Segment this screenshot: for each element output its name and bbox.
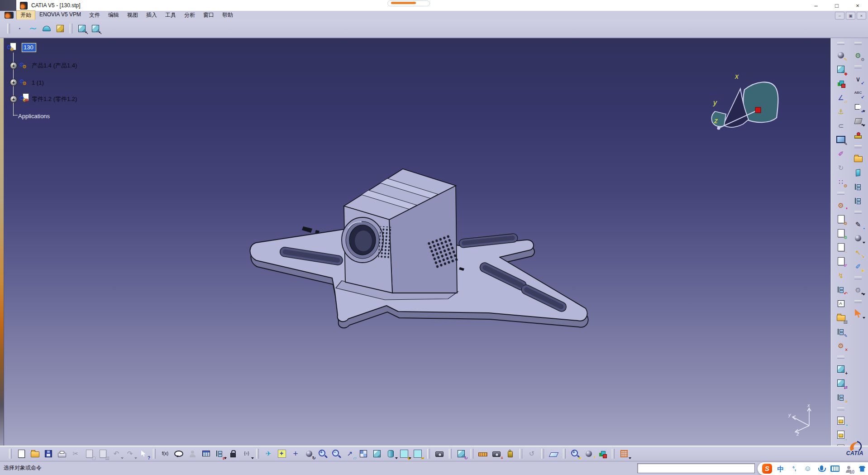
view-compass[interactable]: x y z — [701, 67, 801, 135]
update-model-icon[interactable]: ↻ — [835, 162, 847, 173]
pan-icon[interactable]: + — [290, 448, 301, 460]
open-body-icon[interactable] — [852, 153, 864, 164]
pick-solid-b-icon[interactable]: ↖ — [90, 23, 101, 34]
grab-handle-pill[interactable] — [387, 0, 430, 6]
explode-view-icon[interactable]: ↖↘ — [852, 246, 864, 258]
erase-geometry-icon[interactable] — [548, 448, 559, 460]
graph-tree-b-icon[interactable] — [852, 195, 864, 206]
stamp-datum-icon[interactable] — [852, 129, 864, 141]
zoom-out-icon[interactable] — [330, 448, 342, 460]
tree-node-label[interactable]: 产品1.4 (产品1.4) — [32, 62, 77, 70]
print-document-icon[interactable] — [56, 448, 68, 460]
new-document-icon[interactable] — [15, 448, 27, 460]
cad-model-drone-mount[interactable] — [235, 160, 606, 346]
undo-icon[interactable]: ↶ — [110, 448, 122, 460]
save-document-icon[interactable] — [43, 448, 54, 460]
tree-node-label[interactable]: 1 (1) — [32, 79, 44, 86]
anchor-point-icon[interactable]: ⚓ — [835, 106, 847, 117]
expander-icon[interactable]: + — [10, 62, 17, 69]
mdi-close-button[interactable]: × — [857, 12, 866, 19]
force-update-icon[interactable]: ↺ — [526, 448, 538, 460]
sogou-logo-icon[interactable] — [762, 464, 772, 474]
fit-all-in-icon[interactable] — [276, 448, 288, 460]
formula-icon[interactable]: f(x) — [159, 448, 171, 460]
ime-login-icon[interactable]: 10 — [844, 464, 854, 474]
axis-system-icon[interactable]: + — [835, 363, 847, 375]
expander-icon[interactable]: + — [10, 96, 17, 102]
structure-tree-icon[interactable]: ⇄ — [214, 448, 225, 460]
menu-enovia[interactable]: ENOVIA V5 VPM — [35, 10, 85, 20]
pick-solid-a-icon[interactable]: ↖ — [76, 23, 88, 34]
measure-item-icon[interactable]: + — [491, 448, 502, 460]
minimize-button[interactable]: – — [806, 0, 826, 11]
toolbar-grip[interactable] — [7, 24, 10, 34]
light-source-icon[interactable]: * — [583, 448, 595, 460]
render-material-icon[interactable]: ✎ — [835, 49, 847, 61]
tree-annotate-icon[interactable]: ✎ — [835, 326, 847, 337]
comment-icon[interactable] — [173, 448, 185, 460]
character-map-icon[interactable] — [835, 297, 847, 309]
face-pick-icon[interactable]: ↖ — [852, 115, 864, 127]
gear-delete-icon[interactable]: ⚙× — [835, 340, 847, 351]
link-bolt-icon[interactable]: ↯ — [835, 269, 847, 281]
depth-layers-icon[interactable] — [596, 448, 608, 460]
tree-restore-icon[interactable]: ↶ — [835, 283, 847, 295]
sketch-tools-icon[interactable]: ✎▪ — [852, 218, 864, 230]
menu-window[interactable]: 窗口 — [199, 10, 218, 20]
menu-analyze[interactable]: 分析 — [180, 10, 199, 20]
3d-viewport[interactable]: ⚙⚙ 130 + ⚙⚙ 产品1.4 (产品1.4) + ⚙⚙ 1 (1) + ⚙… — [4, 38, 831, 446]
ime-skin-icon[interactable] — [857, 464, 867, 474]
grid-snap-icon[interactable] — [618, 448, 630, 460]
lock-icon[interactable] — [227, 448, 239, 460]
doc-with-gear-icon[interactable]: ⚙ — [835, 213, 847, 225]
graph-tree-a-icon[interactable] — [852, 181, 864, 192]
catalog-docs-icon[interactable]: ▤ — [835, 312, 847, 323]
bounding-box-icon[interactable]: ◆ — [835, 63, 847, 75]
tools-palette-icon[interactable]: ⚙↖ — [852, 284, 864, 296]
vertex-filter-icon[interactable]: ∨↙ — [852, 73, 864, 85]
fly-mode-icon[interactable]: ✈ — [262, 448, 274, 460]
compass-y-label[interactable]: y — [713, 99, 717, 106]
quad-view-icon[interactable] — [358, 448, 369, 460]
cut-icon[interactable]: ✂ — [70, 448, 81, 460]
menu-edit[interactable]: 编辑 — [104, 10, 123, 20]
mdi-restore-button[interactable]: ▣ — [846, 12, 855, 19]
screen-annotation-icon[interactable]: ✎ — [835, 134, 847, 145]
swap-visible-space-icon[interactable]: ▰ — [412, 448, 424, 460]
compass-center-handle[interactable] — [755, 107, 761, 113]
transform-box-icon[interactable]: ⇄ — [835, 377, 847, 389]
magnify-check-icon[interactable]: ★ — [569, 448, 581, 460]
mdi-minimize-button[interactable]: – — [835, 12, 844, 19]
mass-properties-icon[interactable] — [504, 448, 516, 460]
relations-icon[interactable]: {=} — [241, 448, 253, 460]
shape-morph-icon[interactable] — [835, 77, 847, 89]
open-document-icon[interactable] — [29, 448, 41, 460]
menu-insert[interactable]: 插入 — [142, 10, 161, 20]
menu-tools[interactable]: 工具 — [161, 10, 180, 20]
surface-wall-icon[interactable] — [852, 167, 864, 178]
generate-gear-icon[interactable]: ⚙* — [835, 199, 847, 211]
attach-clip-icon[interactable]: ⊂ — [835, 120, 847, 131]
doc-export-icon[interactable]: → — [835, 241, 847, 253]
normal-view-icon[interactable]: ↗▱ — [344, 448, 356, 460]
rotate-icon[interactable]: ↻ — [303, 448, 315, 460]
render-style-icon[interactable] — [385, 448, 396, 460]
copy-icon[interactable]: ▢ — [83, 448, 95, 460]
snap-grid-icon[interactable]: ∷⚙ — [835, 176, 847, 187]
menu-start[interactable]: 开始 — [16, 10, 35, 20]
expander-icon[interactable]: + — [10, 79, 17, 86]
menu-file[interactable]: 文件 — [85, 10, 104, 20]
user-info-icon[interactable] — [186, 448, 198, 460]
hide-show-icon[interactable]: ◆ — [398, 448, 410, 460]
power-input-field[interactable] — [637, 463, 755, 473]
redo-icon[interactable]: ↷ — [124, 448, 136, 460]
tree-forward-icon[interactable]: » — [835, 391, 847, 403]
measure-between-icon[interactable] — [477, 448, 489, 460]
material-sphere-icon[interactable] — [852, 232, 864, 244]
zoom-in-icon[interactable] — [317, 448, 329, 460]
freestyle-curve-icon[interactable]: ∼ — [27, 23, 39, 34]
protractor-icon[interactable]: ∠▱ — [835, 91, 847, 103]
doc-with-gears-icon[interactable]: ⚙ — [835, 227, 847, 239]
part-instance-icon[interactable]: ▪ — [835, 415, 847, 427]
freestyle-surface-icon[interactable] — [41, 23, 52, 34]
